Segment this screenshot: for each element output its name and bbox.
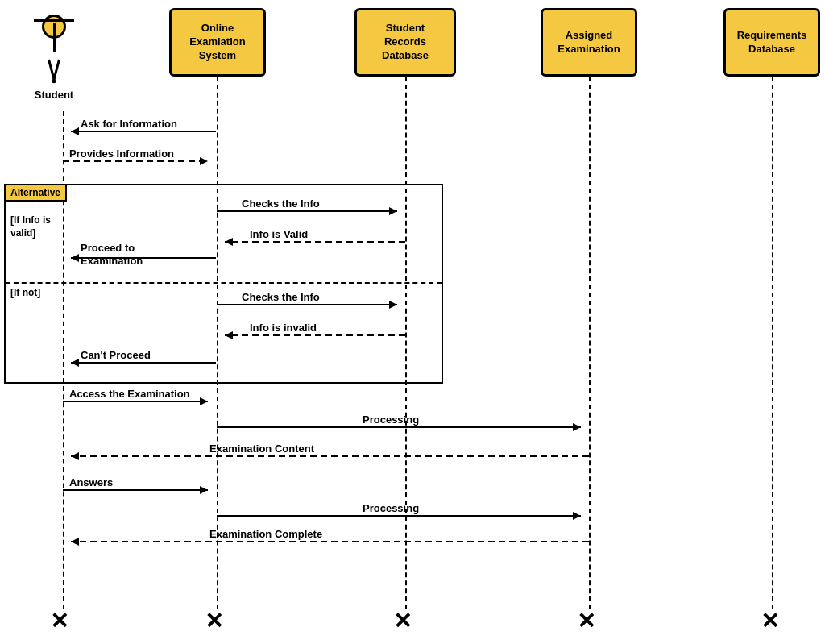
alt-condition-valid: [If Info isvalid] [10,214,51,239]
actor-label-student: Student [35,89,73,101]
svg-marker-32 [71,452,79,460]
alt-condition-not: [If not] [10,287,40,298]
terminator-ae: ✕ [577,608,595,634]
alt-divider [6,282,442,284]
terminator-rd: ✕ [761,608,779,634]
lifeline-box-ae: Assigned Examination [541,8,637,77]
svg-marker-26 [200,397,208,405]
svg-text:Examination Content: Examination Content [209,442,315,455]
svg-marker-41 [71,538,79,546]
svg-text:Processing: Processing [363,502,419,514]
actor-legs [48,60,60,84]
svg-marker-35 [200,486,208,494]
alt-label: Alternative [4,184,67,202]
terminator-student: ✕ [50,608,68,634]
lifeline-box-rd: Requirements Database [723,8,820,77]
terminator-oes: ✕ [205,608,223,634]
svg-text:Processing: Processing [363,413,419,426]
svg-text:Ask for Information: Ask for Information [81,118,177,130]
lifeline-ae [589,77,591,609]
svg-text:Examination Complete: Examination Complete [209,528,322,540]
sequence-diagram: Student Online Examiation System Student… [0,0,825,644]
actor-student: Student [34,15,74,101]
svg-text:Provides Information: Provides Information [69,147,174,160]
terminator-srd: ✕ [393,608,412,634]
svg-marker-38 [573,512,581,520]
svg-marker-29 [573,423,581,431]
actor-body [53,23,56,52]
lifeline-box-srd: Student Records Database [354,8,456,77]
svg-text:Answers: Answers [69,476,113,488]
lifeline-rd [772,77,773,609]
svg-marker-1 [71,127,79,135]
lifeline-box-oes: Online Examiation System [169,8,266,77]
svg-marker-4 [200,157,208,165]
actor-arms [34,19,74,22]
svg-text:Access the Examination: Access the Examination [69,388,190,400]
alt-frame: Alternative [If Info isvalid] [If not] [4,184,443,384]
